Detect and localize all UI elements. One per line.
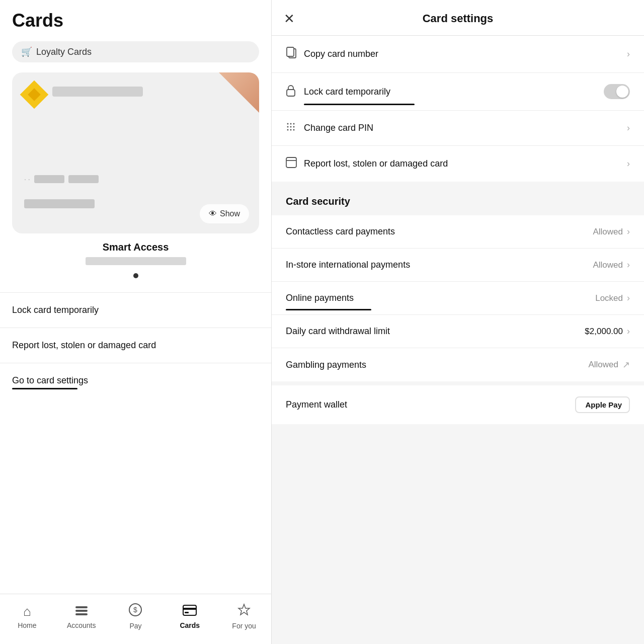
lock-card-action[interactable]: Lock card temporarily <box>0 293 271 328</box>
svg-marker-8 <box>238 604 250 615</box>
svg-rect-10 <box>287 47 294 56</box>
copy-icon <box>286 47 304 61</box>
lock-toggle[interactable] <box>604 84 630 99</box>
card-bottom-info <box>24 199 95 208</box>
svg-rect-0 <box>75 606 88 608</box>
nav-accounts[interactable]: Accounts <box>61 604 102 629</box>
svg-point-14 <box>293 123 295 125</box>
card-logo <box>24 85 46 107</box>
chevron-right-icon-3: › <box>627 158 630 169</box>
card-display: · · 👁 Show <box>12 72 259 233</box>
card-name-area: Smart Access <box>0 242 271 265</box>
dots-indicator <box>0 271 271 280</box>
report-card-row[interactable]: Report lost, stolen or damaged card › <box>272 146 644 182</box>
chevron-icon-instore: › <box>627 260 630 270</box>
change-pin-row[interactable]: Change card PIN › <box>272 111 644 146</box>
svg-point-12 <box>287 123 289 125</box>
bottom-nav: ⌂ Home Accounts $ Pay <box>0 594 271 644</box>
underline-mark <box>12 388 77 389</box>
apple-pay-badge: Apple Pay <box>575 396 630 413</box>
lock-icon <box>286 85 304 99</box>
svg-point-15 <box>287 126 289 128</box>
online-payments-label: Online payments <box>286 293 595 303</box>
contactless-label: Contactless card payments <box>286 226 593 237</box>
card-corner-decoration <box>219 72 259 113</box>
card-name: Smart Access <box>0 242 271 253</box>
gambling-value: Allowed <box>588 360 618 370</box>
online-payments-value: Locked <box>595 293 623 303</box>
copy-card-number-row[interactable]: Copy card number › <box>272 36 644 73</box>
pin-icon <box>286 122 304 134</box>
chevron-right-icon: › <box>627 49 630 59</box>
security-section: Contactless card payments Allowed › In-s… <box>272 215 644 381</box>
chevron-right-icon-2: › <box>627 123 630 133</box>
right-title: Card settings <box>423 12 494 25</box>
chevron-icon-online: › <box>627 293 630 303</box>
dot-indicator <box>133 273 138 278</box>
svg-point-19 <box>290 129 292 131</box>
contactless-row[interactable]: Contactless card payments Allowed › <box>272 215 644 249</box>
wallet-label: Payment wallet <box>286 399 575 410</box>
nav-foryou[interactable]: For you <box>224 603 264 630</box>
svg-point-20 <box>293 129 295 131</box>
svg-point-17 <box>293 126 295 128</box>
loyalty-cards-label: Loyalty Cards <box>36 47 92 57</box>
online-payments-row[interactable]: Online payments Locked › <box>272 282 644 315</box>
copy-card-label: Copy card number <box>304 49 627 59</box>
svg-point-13 <box>290 123 292 125</box>
show-card-button[interactable]: 👁 Show <box>200 204 249 223</box>
report-card-label: Report lost, stolen or damaged card <box>304 158 627 169</box>
pay-icon: $ <box>129 603 142 620</box>
report-icon <box>286 157 304 171</box>
loyalty-cards-button[interactable]: 🛒 Loyalty Cards <box>12 41 259 62</box>
nav-home[interactable]: ⌂ Home <box>7 604 47 629</box>
svg-rect-5 <box>183 605 196 615</box>
security-section-title: Card security <box>272 186 644 215</box>
right-header: ✕ Card settings <box>272 0 644 36</box>
page-title: Cards <box>12 10 63 31</box>
svg-rect-11 <box>287 90 295 96</box>
report-card-action[interactable]: Report lost, stolen or damaged card <box>0 328 271 363</box>
svg-rect-6 <box>183 608 196 610</box>
apple-pay-label: Apple Pay <box>585 400 622 409</box>
eye-icon: 👁 <box>209 209 217 218</box>
svg-rect-1 <box>75 610 88 612</box>
gambling-row[interactable]: Gambling payments Allowed ↗ <box>272 348 644 381</box>
lock-card-row[interactable]: Lock card temporarily <box>272 73 644 111</box>
cart-icon: 🛒 <box>21 46 32 57</box>
card-dots: · · <box>24 175 30 183</box>
cards-icon <box>183 604 197 619</box>
card-blurred-text <box>52 87 143 97</box>
star-icon <box>237 603 251 620</box>
gambling-label: Gambling payments <box>286 360 588 370</box>
contactless-value: Allowed <box>593 227 623 237</box>
external-link-icon: ↗ <box>622 359 630 370</box>
left-header: Cards <box>0 0 271 36</box>
show-label: Show <box>220 209 240 218</box>
svg-text:$: $ <box>134 606 138 614</box>
svg-rect-2 <box>75 613 88 615</box>
withdrawal-label: Daily card withdrawal limit <box>286 326 585 337</box>
diamond-logo <box>20 80 49 109</box>
left-panel: Cards 🛒 Loyalty Cards · · 👁 Show Smart A… <box>0 0 272 644</box>
top-actions-section: Copy card number › Lock card temporarily <box>272 36 644 182</box>
payment-wallet-row[interactable]: Payment wallet Apple Pay <box>272 385 644 424</box>
card-number-blurred <box>86 257 186 265</box>
accounts-icon <box>75 604 88 619</box>
instore-value: Allowed <box>593 260 623 270</box>
nav-cards[interactable]: Cards <box>170 604 210 629</box>
action-list: Lock card temporarily Report lost, stole… <box>0 292 271 401</box>
close-button[interactable]: ✕ <box>284 11 295 27</box>
lock-card-label: Lock card temporarily <box>304 87 604 97</box>
go-to-settings-action[interactable]: Go to card settings <box>0 363 271 401</box>
withdrawal-row[interactable]: Daily card withdrawal limit $2,000.00 › <box>272 315 644 348</box>
svg-rect-21 <box>286 157 296 168</box>
wallet-section: Payment wallet Apple Pay <box>272 385 644 424</box>
nav-pay[interactable]: $ Pay <box>115 603 155 630</box>
instore-label: In-store international payments <box>286 260 593 270</box>
svg-point-18 <box>287 129 289 131</box>
home-icon: ⌂ <box>23 604 31 619</box>
chevron-icon-contactless: › <box>627 226 630 237</box>
bottom-spacer <box>272 428 644 448</box>
instore-row[interactable]: In-store international payments Allowed … <box>272 249 644 282</box>
